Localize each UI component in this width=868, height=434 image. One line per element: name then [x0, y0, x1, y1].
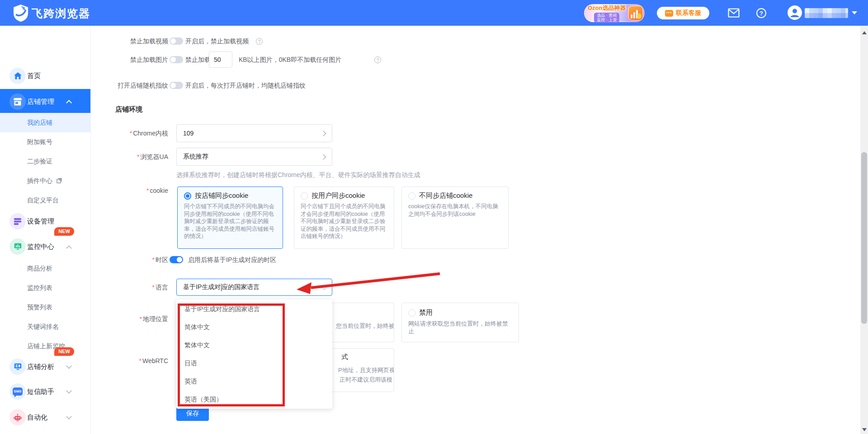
help-icon[interactable]: ? [756, 8, 767, 20]
sidebar-item-store-new-arrival-monitor[interactable]: 店铺上新监控 [0, 336, 90, 356]
chevron-right-icon [321, 154, 326, 160]
timezone-toggle[interactable] [170, 256, 183, 263]
sidebar-item-label: 首页 [27, 72, 41, 80]
ozon-banner-tag2: 监控 · 上货 [597, 18, 617, 22]
sidebar-item-custom-platform[interactable]: 自定义平台 [0, 191, 90, 210]
language-input[interactable]: 基于IP生成对应的国家语言 [176, 279, 332, 296]
field-label-webrtc: *WebRTC [90, 357, 168, 365]
language-option-english-us[interactable]: 英语（美国） [176, 390, 332, 408]
new-badge: NEW [54, 347, 74, 356]
device-icon [9, 213, 26, 229]
help-circle-icon[interactable]: ? [374, 56, 381, 63]
radio-selected-icon[interactable] [184, 192, 191, 200]
cookie-card-sync-by-store[interactable]: 按店铺同步cookie 同个店铺下不同成员的不同电脑均会同步使用相同的cooki… [177, 187, 283, 249]
image-size-kb-input[interactable] [209, 51, 232, 68]
user-menu-caret-icon[interactable] [852, 11, 857, 14]
sidebar-item-label: 监控中心 [27, 243, 54, 251]
geolocation-card-disable[interactable]: 禁用 网站请求获取您当前位置时，始终被禁止 [401, 303, 519, 342]
scroll-up-arrow-icon[interactable] [862, 31, 867, 34]
monitor-icon [9, 238, 26, 255]
ua-hint-text: 选择系统推荐时，创建店铺时将根据Chrome内核、平台、硬件实际的场景推荐自动生… [176, 171, 420, 179]
sidebar-item-label: 自动化 [27, 413, 47, 422]
sidebar-item-plugin-center[interactable]: 插件中心 [0, 171, 90, 191]
contact-support-label: 联系客服 [676, 9, 701, 17]
radio-icon[interactable] [408, 192, 415, 200]
vertical-scrollbar[interactable] [860, 26, 868, 434]
language-option-simplified-chinese[interactable]: 简体中文 [176, 318, 332, 336]
field-label-chrome-kernel: *Chrome内核 [90, 130, 168, 137]
ozon-promo-banner[interactable]: Ozon选品神器 选品 · 查词 监控 · 上货 [584, 4, 645, 22]
cookie-card-sync-by-user[interactable]: 按用户同步cookie 同个店铺下且同个成员的不同电脑才会同步使用相同的cook… [294, 187, 394, 249]
sidebar-item-monitor-list[interactable]: 监控列表 [0, 278, 90, 298]
app-window: 飞跨浏览器 Ozon选品神器 选品 · 查词 监控 · 上货 ••• 联系客服 [0, 0, 868, 434]
new-badge: NEW [54, 227, 74, 236]
disable-video-toggle[interactable] [170, 37, 183, 45]
sidebar-item-monitor-center[interactable]: 监控中心 [0, 234, 90, 259]
field-label-disable-image: 禁止加载图片 [90, 56, 168, 64]
sidebar-item-keyword-ranking[interactable]: 关键词排名 [0, 317, 90, 336]
sidebar-item-my-stores[interactable]: 我的店铺 [0, 113, 90, 132]
chevron-down-icon [66, 363, 72, 369]
radio-icon[interactable] [301, 192, 308, 200]
sidebar-item-label: 店铺管理 [27, 98, 54, 106]
section-title-store-environment: 店铺环境 [115, 105, 142, 114]
sidebar-item-ecommerce-cloud[interactable]: 电商云 [0, 429, 90, 434]
chevron-down-icon [66, 414, 72, 420]
brand-shield-icon [13, 4, 29, 23]
brand-title: 飞跨浏览器 [32, 6, 90, 21]
analytics-icon [9, 359, 26, 375]
sidebar-item-two-step-verification[interactable]: 二步验证 [0, 152, 90, 171]
browser-ua-value: 系统推荐 [183, 153, 208, 161]
webrtc-title-fragment: 式 [341, 353, 348, 361]
language-value-post: 应的国家语言 [222, 283, 259, 291]
webrtc-desc-fragment-2: 正时不建议启用该模 [340, 376, 392, 384]
radio-icon[interactable] [408, 309, 415, 317]
robot-icon [9, 409, 26, 425]
top-header: 飞跨浏览器 Ozon选品神器 选品 · 查词 监控 · 上货 ••• 联系客服 [0, 0, 868, 26]
language-dropdown-panel: 基于IP生成对应的国家语言 简体中文 繁体中文 日语 英语 英语（美国） [176, 299, 332, 409]
sidebar-item-store-management[interactable]: 店铺管理 [0, 89, 90, 114]
language-option-japanese[interactable]: 日语 [176, 354, 332, 372]
user-avatar[interactable] [788, 5, 802, 20]
sidebar-item-extra-accounts[interactable]: 附加账号 [0, 132, 90, 152]
scrollbar-thumb[interactable] [861, 152, 867, 324]
chevron-down-icon [321, 285, 327, 290]
sidebar-item-device-management[interactable]: 设备管理 [0, 209, 90, 234]
field-label-disable-video: 禁止加载视频 [90, 37, 168, 45]
ozon-chart-icon [628, 5, 643, 21]
cookie-card-no-sync[interactable]: 不同步店铺cookie cookie仅保存在电脑本机，不同电脑之间均不会同步到该… [401, 187, 509, 249]
field-label-timezone: *时区 [90, 256, 168, 264]
field-label-language: *语言 [90, 284, 168, 291]
field-label-geolocation: *地理位置 [90, 315, 168, 323]
chrome-kernel-select[interactable]: 109 [176, 124, 332, 142]
sidebar-item-home[interactable]: 首页 [0, 65, 90, 86]
scroll-down-arrow-icon[interactable] [862, 428, 867, 431]
sidebar-item-product-analysis[interactable]: 商品分析 [0, 259, 90, 278]
help-circle-icon[interactable]: ? [256, 38, 263, 45]
random-fingerprint-desc: 开启后，每次打开店铺时，均随机店铺指纹 [185, 82, 306, 89]
field-label-browser-ua: *浏览器UA [90, 153, 168, 161]
svg-text:?: ? [760, 10, 763, 17]
field-label-random-fingerprint: 打开店铺随机指纹 [90, 82, 168, 89]
language-option-english[interactable]: 英语 [176, 372, 332, 390]
disable-image-toggle[interactable] [170, 56, 183, 63]
sidebar-nav: 首页 店铺管理 我的店铺 附加账号 二步验证 插件中心 自定义平台 设备管理 [0, 26, 91, 434]
field-label-cookie: *cookie [90, 187, 168, 195]
mail-icon[interactable] [728, 8, 740, 19]
language-option-ip-based[interactable]: 基于IP生成对应的国家语言 [176, 300, 332, 318]
chevron-up-icon [66, 100, 72, 106]
disable-image-pre-text: 禁止加载 [185, 56, 211, 64]
sms-icon: SMS [9, 383, 26, 400]
chevron-up-icon [66, 245, 72, 251]
disable-video-desc: 开启后，禁止加载视频 [185, 37, 249, 45]
random-fingerprint-toggle[interactable] [170, 82, 183, 89]
sidebar-item-automation[interactable]: 自动化 [0, 405, 90, 430]
contact-support-button[interactable]: ••• 联系客服 [657, 7, 709, 19]
sidebar-item-sms-assistant[interactable]: SMS 短信助手 [0, 379, 90, 404]
browser-ua-select[interactable]: 系统推荐 [176, 148, 332, 166]
disable-image-post-text: KB以上图片，0KB即不加载任何图片 [239, 56, 341, 64]
sidebar-item-alert-list[interactable]: 预警列表 [0, 298, 90, 317]
chat-icon: ••• [665, 10, 673, 17]
sidebar-item-store-analytics[interactable]: 店铺分析 [0, 354, 90, 379]
language-option-traditional-chinese[interactable]: 繁体中文 [176, 336, 332, 354]
